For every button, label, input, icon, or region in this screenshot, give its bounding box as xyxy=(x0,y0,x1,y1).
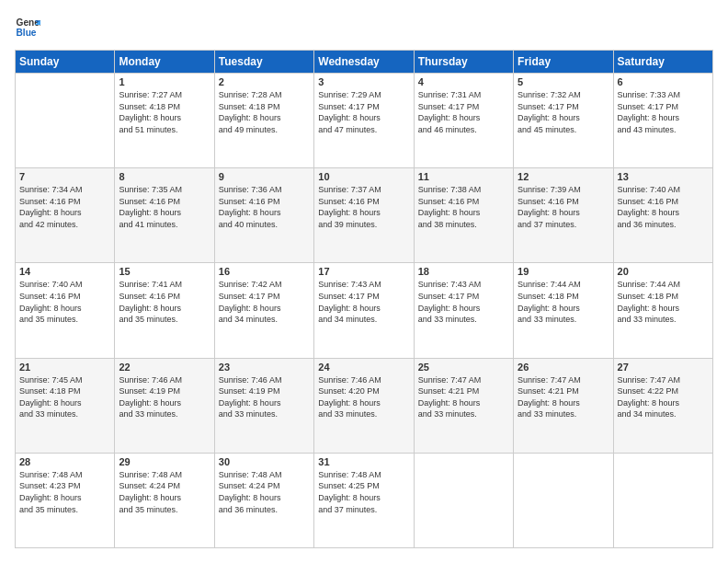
calendar-week-row: 1Sunrise: 7:27 AM Sunset: 4:18 PM Daylig… xyxy=(16,74,713,168)
calendar-cell: 5Sunrise: 7:32 AM Sunset: 4:17 PM Daylig… xyxy=(514,74,613,168)
calendar-cell xyxy=(514,453,613,547)
day-number: 13 xyxy=(618,171,709,182)
day-number: 9 xyxy=(219,171,310,182)
calendar-cell: 11Sunrise: 7:38 AM Sunset: 4:16 PM Dayli… xyxy=(414,168,513,263)
day-number: 29 xyxy=(119,456,210,467)
cell-info: Sunrise: 7:37 AM Sunset: 4:16 PM Dayligh… xyxy=(318,184,409,230)
calendar-cell: 31Sunrise: 7:48 AM Sunset: 4:25 PM Dayli… xyxy=(314,453,414,547)
day-number: 14 xyxy=(19,266,110,277)
calendar-table: SundayMondayTuesdayWednesdayThursdayFrid… xyxy=(15,50,713,548)
day-number: 20 xyxy=(618,266,709,277)
day-number: 26 xyxy=(518,362,609,373)
cell-info: Sunrise: 7:45 AM Sunset: 4:18 PM Dayligh… xyxy=(19,374,110,420)
day-number: 16 xyxy=(219,266,310,277)
cell-info: Sunrise: 7:46 AM Sunset: 4:19 PM Dayligh… xyxy=(219,374,310,420)
cell-info: Sunrise: 7:48 AM Sunset: 4:23 PM Dayligh… xyxy=(19,469,110,515)
calendar-week-row: 21Sunrise: 7:45 AM Sunset: 4:18 PM Dayli… xyxy=(16,358,713,453)
cell-info: Sunrise: 7:44 AM Sunset: 4:18 PM Dayligh… xyxy=(618,279,709,325)
day-number: 27 xyxy=(618,362,709,373)
day-number: 25 xyxy=(418,362,509,373)
cell-info: Sunrise: 7:34 AM Sunset: 4:16 PM Dayligh… xyxy=(19,184,110,230)
calendar-cell: 4Sunrise: 7:31 AM Sunset: 4:17 PM Daylig… xyxy=(414,74,513,168)
cell-info: Sunrise: 7:47 AM Sunset: 4:21 PM Dayligh… xyxy=(518,374,609,420)
day-header-wednesday: Wednesday xyxy=(314,51,414,74)
cell-info: Sunrise: 7:47 AM Sunset: 4:22 PM Dayligh… xyxy=(618,374,709,420)
cell-info: Sunrise: 7:47 AM Sunset: 4:21 PM Dayligh… xyxy=(418,374,509,420)
day-number: 22 xyxy=(119,362,210,373)
calendar-cell: 3Sunrise: 7:29 AM Sunset: 4:17 PM Daylig… xyxy=(314,74,414,168)
day-header-friday: Friday xyxy=(514,51,613,74)
cell-info: Sunrise: 7:31 AM Sunset: 4:17 PM Dayligh… xyxy=(418,89,509,135)
cell-info: Sunrise: 7:42 AM Sunset: 4:17 PM Dayligh… xyxy=(219,279,310,325)
logo: General Blue xyxy=(15,15,44,40)
calendar-cell xyxy=(613,453,712,547)
calendar-cell: 27Sunrise: 7:47 AM Sunset: 4:22 PM Dayli… xyxy=(613,358,712,453)
cell-info: Sunrise: 7:39 AM Sunset: 4:16 PM Dayligh… xyxy=(518,184,609,230)
calendar-cell: 21Sunrise: 7:45 AM Sunset: 4:18 PM Dayli… xyxy=(16,358,115,453)
day-number: 23 xyxy=(219,362,310,373)
cell-info: Sunrise: 7:40 AM Sunset: 4:16 PM Dayligh… xyxy=(618,184,709,230)
calendar-week-row: 28Sunrise: 7:48 AM Sunset: 4:23 PM Dayli… xyxy=(16,453,713,547)
cell-info: Sunrise: 7:36 AM Sunset: 4:16 PM Dayligh… xyxy=(219,184,310,230)
day-number: 31 xyxy=(318,456,409,467)
calendar-cell: 25Sunrise: 7:47 AM Sunset: 4:21 PM Dayli… xyxy=(414,358,513,453)
day-number: 4 xyxy=(418,76,509,87)
cell-info: Sunrise: 7:41 AM Sunset: 4:16 PM Dayligh… xyxy=(119,279,210,325)
logo-icon: General Blue xyxy=(15,15,40,40)
calendar-cell: 1Sunrise: 7:27 AM Sunset: 4:18 PM Daylig… xyxy=(115,74,214,168)
cell-info: Sunrise: 7:48 AM Sunset: 4:24 PM Dayligh… xyxy=(119,469,210,515)
cell-info: Sunrise: 7:48 AM Sunset: 4:25 PM Dayligh… xyxy=(318,469,409,515)
calendar-cell: 26Sunrise: 7:47 AM Sunset: 4:21 PM Dayli… xyxy=(514,358,613,453)
day-number: 24 xyxy=(318,362,409,373)
day-number: 12 xyxy=(518,171,609,182)
calendar-cell: 8Sunrise: 7:35 AM Sunset: 4:16 PM Daylig… xyxy=(115,168,214,263)
day-number: 15 xyxy=(119,266,210,277)
day-number: 30 xyxy=(219,456,310,467)
day-number: 19 xyxy=(518,266,609,277)
day-number: 5 xyxy=(518,76,609,87)
calendar-cell: 13Sunrise: 7:40 AM Sunset: 4:16 PM Dayli… xyxy=(613,168,712,263)
calendar-body: 1Sunrise: 7:27 AM Sunset: 4:18 PM Daylig… xyxy=(16,74,713,548)
day-header-monday: Monday xyxy=(115,51,214,74)
calendar-cell: 7Sunrise: 7:34 AM Sunset: 4:16 PM Daylig… xyxy=(16,168,115,263)
cell-info: Sunrise: 7:35 AM Sunset: 4:16 PM Dayligh… xyxy=(119,184,210,230)
day-number: 28 xyxy=(19,456,110,467)
calendar-cell: 30Sunrise: 7:48 AM Sunset: 4:24 PM Dayli… xyxy=(214,453,313,547)
calendar-cell: 12Sunrise: 7:39 AM Sunset: 4:16 PM Dayli… xyxy=(514,168,613,263)
svg-text:General: General xyxy=(17,17,40,28)
day-header-sunday: Sunday xyxy=(16,51,115,74)
cell-info: Sunrise: 7:43 AM Sunset: 4:17 PM Dayligh… xyxy=(418,279,509,325)
calendar-cell: 20Sunrise: 7:44 AM Sunset: 4:18 PM Dayli… xyxy=(613,263,712,358)
calendar-week-row: 7Sunrise: 7:34 AM Sunset: 4:16 PM Daylig… xyxy=(16,168,713,263)
cell-info: Sunrise: 7:27 AM Sunset: 4:18 PM Dayligh… xyxy=(119,89,210,135)
day-number: 3 xyxy=(318,76,409,87)
page: General Blue SundayMondayTuesdayWednesda… xyxy=(0,0,728,563)
day-number: 17 xyxy=(318,266,409,277)
calendar-cell xyxy=(16,74,115,168)
calendar-cell: 14Sunrise: 7:40 AM Sunset: 4:16 PM Dayli… xyxy=(16,263,115,358)
day-number: 21 xyxy=(19,362,110,373)
calendar-cell: 24Sunrise: 7:46 AM Sunset: 4:20 PM Dayli… xyxy=(314,358,414,453)
calendar-cell: 17Sunrise: 7:43 AM Sunset: 4:17 PM Dayli… xyxy=(314,263,414,358)
cell-info: Sunrise: 7:48 AM Sunset: 4:24 PM Dayligh… xyxy=(219,469,310,515)
calendar-cell xyxy=(414,453,513,547)
day-number: 1 xyxy=(119,76,210,87)
cell-info: Sunrise: 7:44 AM Sunset: 4:18 PM Dayligh… xyxy=(518,279,609,325)
cell-info: Sunrise: 7:38 AM Sunset: 4:16 PM Dayligh… xyxy=(418,184,509,230)
day-number: 10 xyxy=(318,171,409,182)
cell-info: Sunrise: 7:40 AM Sunset: 4:16 PM Dayligh… xyxy=(19,279,110,325)
calendar-cell: 2Sunrise: 7:28 AM Sunset: 4:18 PM Daylig… xyxy=(214,74,313,168)
day-number: 11 xyxy=(418,171,509,182)
cell-info: Sunrise: 7:46 AM Sunset: 4:20 PM Dayligh… xyxy=(318,374,409,420)
day-number: 6 xyxy=(618,76,709,87)
day-header-saturday: Saturday xyxy=(613,51,712,74)
calendar-cell: 6Sunrise: 7:33 AM Sunset: 4:17 PM Daylig… xyxy=(613,74,712,168)
calendar-cell: 23Sunrise: 7:46 AM Sunset: 4:19 PM Dayli… xyxy=(214,358,313,453)
calendar-cell: 18Sunrise: 7:43 AM Sunset: 4:17 PM Dayli… xyxy=(414,263,513,358)
day-number: 2 xyxy=(219,76,310,87)
header: General Blue xyxy=(15,15,713,40)
calendar-cell: 15Sunrise: 7:41 AM Sunset: 4:16 PM Dayli… xyxy=(115,263,214,358)
day-header-thursday: Thursday xyxy=(414,51,513,74)
svg-text:Blue: Blue xyxy=(17,28,37,38)
day-number: 7 xyxy=(19,171,110,182)
